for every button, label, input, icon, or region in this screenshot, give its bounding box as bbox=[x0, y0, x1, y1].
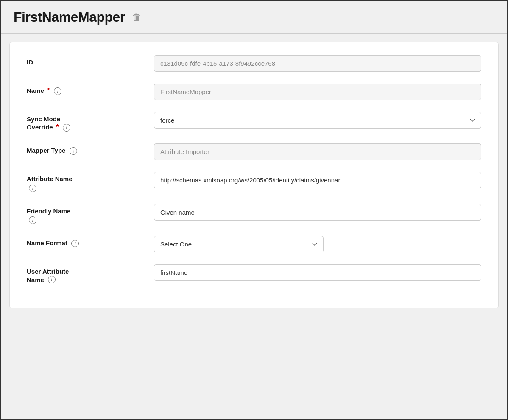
name-field-col bbox=[154, 84, 481, 100]
sync-mode-select[interactable]: force inherit legacy bbox=[154, 112, 481, 129]
attribute-name-label: Attribute Name bbox=[27, 175, 145, 182]
sync-mode-required-star: * bbox=[56, 123, 59, 131]
user-attribute-name-info-icon[interactable]: i bbox=[48, 276, 56, 283]
page-header: FirstNameMapper 🗑 bbox=[1, 1, 507, 34]
attribute-name-label-col: Attribute Name i bbox=[27, 172, 145, 192]
name-input bbox=[154, 84, 481, 100]
name-info-icon[interactable]: i bbox=[54, 87, 61, 95]
attribute-name-input[interactable] bbox=[154, 172, 481, 188]
mapper-type-field-col bbox=[154, 143, 481, 160]
trash-icon[interactable]: 🗑 bbox=[132, 12, 141, 23]
name-required-star: * bbox=[47, 87, 50, 94]
name-format-row: Name Format i Select One... BASIC URI RE… bbox=[27, 236, 481, 252]
attribute-name-row: Attribute Name i bbox=[27, 172, 481, 192]
id-label: ID bbox=[27, 59, 33, 66]
friendly-name-field-col bbox=[154, 204, 481, 221]
name-format-info-icon[interactable]: i bbox=[71, 240, 79, 247]
user-attribute-name-label2: Name bbox=[27, 276, 44, 283]
user-attribute-name-label-col: User Attribute Name i bbox=[27, 264, 145, 283]
mapper-type-input bbox=[154, 143, 481, 160]
sync-mode-label-col: Sync Mode Override * i bbox=[27, 112, 145, 132]
friendly-name-input[interactable] bbox=[154, 204, 481, 221]
friendly-name-row: Friendly Name i bbox=[27, 204, 481, 224]
name-format-label: Name Format bbox=[27, 239, 67, 246]
name-label-col: Name * i bbox=[27, 84, 145, 95]
mapper-type-info-icon[interactable]: i bbox=[70, 147, 77, 155]
sync-mode-row: Sync Mode Override * i force inherit leg… bbox=[27, 112, 481, 132]
sync-mode-label: Sync Mode bbox=[27, 115, 145, 123]
id-label-col: ID bbox=[27, 55, 145, 66]
name-format-field-col: Select One... BASIC URI REFERENCE UNSPEC… bbox=[154, 236, 481, 252]
name-row: Name * i bbox=[27, 84, 481, 100]
name-label: Name bbox=[27, 87, 44, 94]
mapper-type-row: Mapper Type i bbox=[27, 143, 481, 160]
page-title: FirstNameMapper bbox=[14, 9, 125, 25]
form-container: ID Name * i Sync Mode Override * bbox=[9, 42, 499, 308]
sync-mode-info-icon[interactable]: i bbox=[63, 124, 70, 132]
mapper-type-label-col: Mapper Type i bbox=[27, 143, 145, 155]
name-format-select[interactable]: Select One... BASIC URI REFERENCE UNSPEC… bbox=[154, 236, 324, 252]
id-input bbox=[154, 55, 481, 72]
page-wrapper: FirstNameMapper 🗑 ID Name * i bbox=[0, 0, 508, 420]
name-format-label-col: Name Format i bbox=[27, 236, 145, 247]
friendly-name-label: Friendly Name bbox=[27, 207, 145, 215]
user-attribute-name-label: User Attribute bbox=[27, 268, 145, 275]
mapper-type-label: Mapper Type bbox=[27, 147, 65, 154]
sync-mode-override-label: Override bbox=[27, 123, 53, 131]
sync-mode-field-col: force inherit legacy bbox=[154, 112, 481, 129]
user-attribute-name-input[interactable] bbox=[154, 264, 481, 281]
user-attribute-name-field-col bbox=[154, 264, 481, 281]
user-attribute-name-row: User Attribute Name i bbox=[27, 264, 481, 283]
friendly-name-info-icon[interactable]: i bbox=[29, 216, 36, 224]
attribute-name-field-col bbox=[154, 172, 481, 188]
friendly-name-label-col: Friendly Name i bbox=[27, 204, 145, 224]
id-row: ID bbox=[27, 55, 481, 72]
id-field-col bbox=[154, 55, 481, 72]
attribute-name-info-icon[interactable]: i bbox=[29, 185, 36, 192]
